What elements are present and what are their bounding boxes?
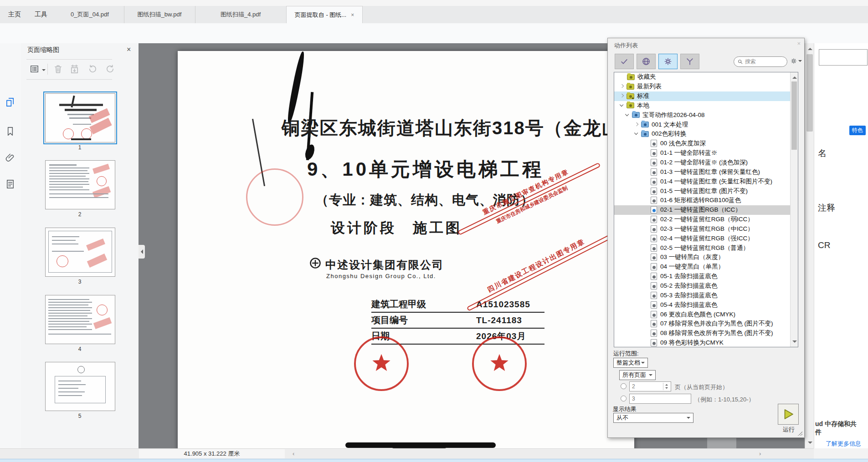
expander-icon[interactable] (633, 122, 640, 128)
stepper-icons[interactable] (663, 383, 669, 390)
panel-web-button[interactable] (637, 54, 656, 69)
doc-tab-active[interactable]: 页面提取自 - 图纸... × (286, 6, 363, 24)
action-tree-row[interactable]: 01-2 一键全部转蓝※ (淡色加深) (614, 158, 791, 168)
tab-home[interactable]: 主页 (2, 6, 27, 23)
panel-local-actions-button[interactable] (658, 54, 678, 69)
page-thumbnail-3[interactable] (45, 228, 115, 277)
scroll-up-icon[interactable] (808, 46, 812, 50)
action-tree-row[interactable]: 07 移除背景色并改白字为黑色 (图片不变) (614, 319, 791, 329)
action-tree-row[interactable]: 00 浅色灰度加深 (614, 139, 791, 148)
action-tree-row[interactable]: 收藏夹 (614, 72, 791, 82)
tree-vscrollbar[interactable] (790, 72, 798, 347)
pages-count-radio[interactable] (621, 383, 627, 389)
action-label: 05-4 去除扫描蓝底色 (660, 301, 717, 309)
show-result-dropdown[interactable]: 从不 (613, 413, 693, 423)
action-tree-row[interactable]: 02-5 一键转蓝留红RGB（普通） (614, 243, 791, 253)
action-tree-row[interactable]: 09 将色彩转换为CMYK (614, 338, 791, 347)
doc-tab-1[interactable]: 0_页面_04.pdf (56, 6, 124, 23)
action-tree-row[interactable]: 08 移除背景色改所有字为黑色 (图片不变) (614, 329, 791, 338)
layers-rail-button[interactable] (5, 179, 15, 191)
learn-more-link[interactable]: 了解更多信息 (826, 440, 861, 448)
action-tree-row[interactable]: 05-2 去除扫描蓝底色 (614, 281, 791, 291)
action-tree-row[interactable]: 05-4 去除扫描蓝底色 (614, 300, 791, 310)
page-thumbnail-1[interactable] (45, 93, 115, 142)
pages-dropdown[interactable]: 所有页面 (619, 370, 656, 380)
page-thumbnail-4[interactable] (45, 295, 115, 344)
attachments-rail-button[interactable] (5, 152, 15, 165)
action-tree-row[interactable]: 05-3 去除扫描蓝底色 (614, 290, 791, 300)
action-tree-row[interactable]: 宝哥动作组2026-04-08 (614, 110, 791, 120)
expander-icon[interactable] (633, 131, 640, 137)
tool-item-ocr-fragment[interactable]: CR (818, 240, 830, 250)
action-tree-row[interactable]: 01-5 一键转蓝图红章 (图片不变) (614, 186, 791, 196)
tab-tools[interactable]: 工具 (28, 6, 54, 23)
action-tree-row[interactable]: 03 一键转黑白（灰度） (614, 253, 791, 262)
scroll-down-icon[interactable] (808, 442, 812, 446)
action-search-box[interactable]: 搜索 (734, 56, 787, 67)
page-thumbnails-rail-button[interactable] (5, 97, 15, 109)
action-label: 04 一键变黑白（单黑） (660, 263, 724, 271)
action-tree-row[interactable]: 02-4 一键转蓝留红RGB（强ICC） (614, 234, 791, 243)
action-tree-row[interactable]: 本地 (614, 101, 791, 111)
action-label: 002色彩转换 (652, 130, 687, 138)
scope-dropdown[interactable]: 整篇文档 (613, 358, 648, 368)
action-label: 02-1 一键转蓝图RGB（ICC） (660, 206, 741, 214)
action-tree-row[interactable]: 02-1 一键转蓝图RGB（ICC） (614, 205, 791, 215)
thumbnail-4-number: 4 (45, 346, 114, 352)
page-thumbnail-2[interactable] (45, 160, 115, 209)
page-range-input[interactable]: 3 (629, 394, 691, 404)
tool-item-sign-fragment[interactable]: 名 (818, 147, 827, 159)
page-thumbnail-5[interactable] (45, 362, 115, 411)
vscroll-thumb[interactable] (806, 54, 813, 132)
action-panel-close-icon[interactable]: × (797, 40, 801, 47)
action-tree-row[interactable]: 最新列表 (614, 82, 791, 91)
expander-icon[interactable] (619, 93, 626, 99)
action-tree-row[interactable]: 标准 (614, 91, 791, 101)
action-tree-row[interactable]: 06 更改白底色颜色 (CMYK) (614, 310, 791, 319)
tools-search-input[interactable] (819, 49, 868, 66)
thumbnail-options-caret-icon[interactable] (42, 69, 46, 73)
panel-check-button[interactable] (615, 54, 634, 69)
action-tree-row[interactable]: 02-3 一键转蓝留红RGB（中ICC） (614, 224, 791, 234)
tree-scroll-up-icon[interactable] (792, 74, 797, 79)
expander-icon[interactable] (619, 83, 626, 90)
status-left-arrow-icon[interactable]: ‹ (293, 450, 294, 457)
status-right-arrow-icon[interactable]: › (759, 450, 761, 457)
page-range-radio[interactable] (621, 396, 627, 401)
action-tree-row[interactable]: 04 一键变黑白（单黑） (614, 262, 791, 272)
tree-scroll-thumb[interactable] (791, 81, 797, 150)
action-tree-row[interactable]: 01-6 矩形框选转RGB100蓝色 (614, 196, 791, 205)
folder-icon (651, 273, 657, 280)
run-button[interactable] (778, 404, 799, 425)
action-tree-row[interactable]: 002色彩转换 (614, 129, 791, 139)
run-scope-label: 运行范围: (613, 350, 639, 358)
tree-scroll-down-icon[interactable] (792, 340, 797, 345)
pages-count-input[interactable]: 2 (629, 381, 671, 391)
collapse-thumbnails-handle[interactable] (139, 245, 145, 259)
panel-settings-button[interactable] (790, 57, 802, 65)
panel-filter-button[interactable] (680, 54, 699, 69)
action-label: 02-5 一键转蓝留红RGB（普通） (660, 244, 749, 252)
thumbnails-close-icon[interactable]: × (127, 46, 131, 54)
thumbnail-1-number: 1 (45, 144, 114, 151)
action-tree-row[interactable]: 05-1 去除扫描蓝底色 (614, 272, 791, 281)
tool-item-comment-fragment[interactable]: 注释 (818, 202, 835, 214)
action-tree-row[interactable]: 01-1 一键全部转蓝※ (614, 148, 791, 158)
doc-tab-2[interactable]: 图纸扫描_bw.pdf (124, 6, 195, 23)
expander-icon[interactable] (619, 102, 626, 109)
panel-resize-grip[interactable] (798, 431, 802, 436)
document-vscrollbar[interactable] (805, 43, 814, 448)
settings-caret-icon (798, 60, 802, 64)
action-label: 标准 (637, 92, 649, 100)
bookmarks-rail-button[interactable] (5, 126, 15, 138)
expander-icon[interactable] (624, 112, 631, 118)
action-tree-row[interactable]: 02-2 一键转蓝留红RGB（弱ICC） (614, 215, 791, 224)
action-tree-row[interactable]: 01-4 一键转蓝图红章 (矢量红和图片不变) (614, 177, 791, 186)
close-tab-icon[interactable]: × (351, 12, 354, 18)
chevron-down-icon (687, 417, 690, 421)
thumbnail-options-button[interactable] (29, 64, 40, 76)
doc-stage-line: 设计阶段 施工图 (331, 218, 462, 238)
action-tree-row[interactable]: 001 文本处理 (614, 120, 791, 129)
action-tree-row[interactable]: 01-3 一键转蓝图红章 (保留矢量红色) (614, 167, 791, 177)
doc-tab-3[interactable]: 图纸扫描_4.pdf (195, 6, 287, 23)
